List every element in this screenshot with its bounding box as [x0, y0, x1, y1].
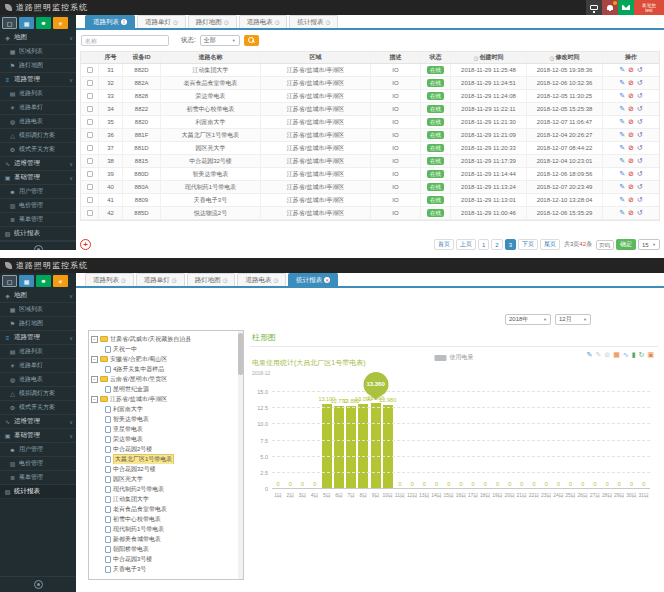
- sidebar-item[interactable]: ☻ 用户管理: [0, 185, 76, 199]
- page-button[interactable]: 2: [491, 239, 502, 250]
- disable-icon[interactable]: ⊘: [628, 209, 634, 217]
- monitor-badge[interactable]: [586, 0, 602, 15]
- edit-icon[interactable]: ✎: [587, 351, 593, 359]
- collapse-expander-icon[interactable]: −: [91, 396, 98, 403]
- tab[interactable]: 统计报表 ◷: [289, 15, 338, 28]
- sidebar-item[interactable]: ≣ 菜单管理: [0, 213, 76, 227]
- edit-icon[interactable]: ✎: [619, 157, 625, 165]
- search-input[interactable]: [81, 35, 169, 46]
- tab[interactable]: 路灯地图 ◷: [187, 273, 236, 286]
- sidebar-item[interactable]: ▣ 基础管理 ∨: [0, 429, 76, 443]
- restore-icon[interactable]: ↺: [637, 118, 643, 126]
- sidebar-item[interactable]: ▦ 区域列表: [0, 45, 76, 59]
- user-badge[interactable]: 欢迎您 test: [634, 0, 664, 15]
- disable-icon[interactable]: ⊘: [628, 105, 634, 113]
- row-checkbox[interactable]: [87, 93, 93, 99]
- row-checkbox[interactable]: [87, 132, 93, 138]
- collapse-expander-icon[interactable]: −: [91, 356, 98, 363]
- tree-node[interactable]: − 4路开关集中器样品: [91, 364, 241, 374]
- goto-page-input[interactable]: [596, 240, 614, 250]
- restore-icon[interactable]: ↺: [637, 209, 643, 217]
- sidebar-item[interactable]: ▦ 区域列表: [0, 303, 76, 317]
- desktop-skin-button[interactable]: ▢: [2, 275, 17, 287]
- sidebar-item[interactable]: ☀ 道路单灯: [0, 359, 76, 373]
- page-button[interactable]: 尾页: [540, 239, 560, 250]
- disable-icon[interactable]: ⊘: [628, 79, 634, 87]
- tree-scrollbar-thumb[interactable]: [238, 333, 243, 375]
- sidebar-item[interactable]: ▤ 道路列表: [0, 345, 76, 359]
- tab[interactable]: 道路列表 !: [85, 15, 135, 28]
- tree-node[interactable]: − 荣达带电表: [91, 434, 241, 444]
- tab[interactable]: 路灯地图 ◷: [188, 15, 237, 28]
- restore-icon[interactable]: ↺: [637, 144, 643, 152]
- page-button[interactable]: 首页: [434, 239, 454, 250]
- disable-icon[interactable]: ⊘: [628, 66, 634, 74]
- sidebar-item[interactable]: ⚑ 路灯地图: [0, 317, 76, 331]
- line-chart-icon[interactable]: ∿: [623, 351, 629, 359]
- tab[interactable]: 道路单灯 ◷: [136, 273, 185, 286]
- sidebar-collapse-button[interactable]: [34, 245, 43, 250]
- page-size-select[interactable]: 15 ▼: [638, 239, 660, 250]
- edit-icon[interactable]: ✎: [619, 66, 625, 74]
- messages-badge[interactable]: [618, 0, 634, 15]
- user-skin-button[interactable]: ☻: [36, 275, 51, 287]
- tree-node[interactable]: − 江苏省/盐城市/亭湖区: [91, 394, 241, 404]
- row-checkbox[interactable]: [87, 106, 93, 112]
- grid-skin-button[interactable]: ▦: [19, 17, 34, 29]
- disable-icon[interactable]: ⊘: [628, 92, 634, 100]
- refresh-icon[interactable]: ↻: [639, 351, 645, 359]
- tree-node[interactable]: − 园区亮大学: [91, 474, 241, 484]
- tree-node[interactable]: − 老百食品食堂带电表: [91, 504, 241, 514]
- page-button[interactable]: 1: [478, 239, 489, 250]
- sidebar-item[interactable]: ☀ 道路单灯: [0, 101, 76, 115]
- sidebar-item[interactable]: ∿ 运维管理 ∨: [0, 415, 76, 429]
- data-table-icon[interactable]: ▦: [613, 351, 620, 359]
- sidebar-item[interactable]: ☻ 用户管理: [0, 443, 76, 457]
- tab[interactable]: 统计报表 ✕: [288, 273, 338, 286]
- clear-icon[interactable]: ⊘: [604, 351, 610, 359]
- year-select[interactable]: 2018年 ▼: [505, 314, 551, 325]
- tree-node[interactable]: − 中合花园2号楼: [91, 444, 241, 454]
- brush-icon[interactable]: ✎: [595, 351, 601, 359]
- tree-node[interactable]: − 安徽省/合肥市/蜀山区: [91, 354, 241, 364]
- bulb-skin-button[interactable]: ☀: [53, 275, 68, 287]
- sidebar-item[interactable]: ▥ 电价管理: [0, 457, 76, 471]
- page-button[interactable]: 上页: [456, 239, 476, 250]
- row-checkbox[interactable]: [87, 197, 93, 203]
- tree-node[interactable]: − 天祝一中: [91, 344, 241, 354]
- edit-icon[interactable]: ✎: [619, 118, 625, 126]
- row-checkbox[interactable]: [87, 67, 93, 73]
- row-checkbox[interactable]: [87, 119, 93, 125]
- edit-icon[interactable]: ✎: [619, 144, 625, 152]
- restore-icon[interactable]: ↺: [637, 131, 643, 139]
- disable-icon[interactable]: ⊘: [628, 131, 634, 139]
- edit-icon[interactable]: ✎: [619, 131, 625, 139]
- tree-node[interactable]: − 中合花园3号楼: [91, 554, 241, 564]
- sidebar-item[interactable]: ◍ 道路电表: [0, 373, 76, 387]
- tree-node[interactable]: − 云南省/昆明市/呈贡区: [91, 374, 241, 384]
- desktop-skin-button[interactable]: ▢: [2, 17, 17, 29]
- edit-icon[interactable]: ✎: [619, 183, 625, 191]
- edit-icon[interactable]: ✎: [619, 209, 625, 217]
- user-skin-button[interactable]: ☻: [36, 17, 51, 29]
- sidebar-item[interactable]: △ 模拟调灯方案: [0, 129, 76, 143]
- sidebar-item[interactable]: ≣ 菜单管理: [0, 471, 76, 485]
- tree-node[interactable]: − 朝阳桥带电表: [91, 544, 241, 554]
- tree-node[interactable]: − 现代制药2号带电表: [91, 484, 241, 494]
- tab[interactable]: 道路单灯 ◷: [137, 15, 186, 28]
- tree-node[interactable]: − 昆明世纪金源: [91, 384, 241, 394]
- sidebar-item[interactable]: ⚙ 模式开关方案: [0, 143, 76, 157]
- tree-node[interactable]: − 利富南大学: [91, 404, 241, 414]
- tab[interactable]: 道路电表 ◷: [239, 15, 288, 28]
- row-checkbox[interactable]: [87, 184, 93, 190]
- row-checkbox[interactable]: [87, 210, 93, 216]
- restore-icon[interactable]: ↺: [637, 92, 643, 100]
- bulb-skin-button[interactable]: ☀: [53, 17, 68, 29]
- collapse-expander-icon[interactable]: −: [91, 376, 98, 383]
- grid-skin-button[interactable]: ▦: [19, 275, 34, 287]
- edit-icon[interactable]: ✎: [619, 105, 625, 113]
- tree-node[interactable]: − 天香电子3号: [91, 564, 241, 574]
- bar-chart-icon[interactable]: ▮: [632, 351, 636, 359]
- sidebar-item[interactable]: ▣ 基础管理 ∨: [0, 171, 76, 185]
- sidebar-item[interactable]: ◈ 地图 ∨: [0, 289, 76, 303]
